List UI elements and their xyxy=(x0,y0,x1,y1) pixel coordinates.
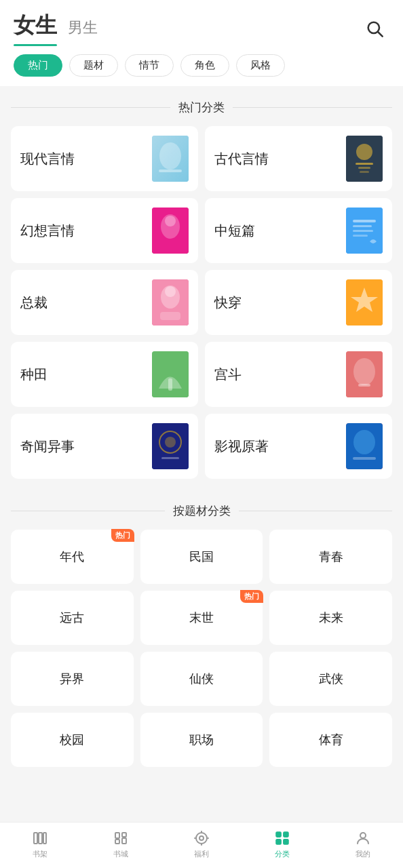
nav-bookshelf[interactable]: 书架 xyxy=(0,829,81,859)
sub-cat-campus[interactable]: 校园 xyxy=(11,713,134,767)
sub-cat-label: 远古 xyxy=(60,610,84,626)
book-cover-film-adaptation xyxy=(346,423,383,469)
svg-point-31 xyxy=(165,437,176,448)
nav-bookshelf-label: 书架 xyxy=(33,849,47,859)
category-palace[interactable]: 宫斗 xyxy=(205,342,392,407)
sub-cat-label: 仙侠 xyxy=(189,671,214,687)
filter-chip-style[interactable]: 风格 xyxy=(236,54,285,77)
book-cover-fantasy-romance xyxy=(152,208,189,254)
svg-point-6 xyxy=(356,144,372,160)
bookshelf-icon xyxy=(31,829,49,847)
svg-rect-14 xyxy=(353,220,376,222)
category-film-adaptation[interactable]: 影视原著 xyxy=(205,414,392,479)
sub-cat-republic[interactable]: 民国 xyxy=(140,530,263,584)
category-farming[interactable]: 种田 xyxy=(11,342,198,407)
sub-cat-ancient[interactable]: 远古 xyxy=(11,591,134,645)
category-label: 现代言情 xyxy=(20,150,75,168)
tab-female[interactable]: 女生 xyxy=(14,11,57,46)
welfare-icon xyxy=(193,829,210,847)
sub-cat-era[interactable]: 热门 年代 xyxy=(11,530,134,584)
book-cover-ceo xyxy=(152,279,189,326)
nav-bookstore[interactable]: 书城 xyxy=(81,829,161,859)
sub-section: 按题材分类 热门 年代 民国 青春 远古 热门 末世 未来 xyxy=(0,490,403,767)
sub-cat-future[interactable]: 未来 xyxy=(269,591,392,645)
svg-rect-41 xyxy=(122,833,126,837)
hot-badge-apocalypse: 热门 xyxy=(240,590,263,603)
category-label: 种田 xyxy=(20,366,47,384)
filter-chip-plot[interactable]: 情节 xyxy=(125,54,174,77)
sub-cat-label: 校园 xyxy=(60,732,84,748)
svg-rect-35 xyxy=(353,457,376,460)
svg-rect-39 xyxy=(115,833,119,838)
svg-rect-37 xyxy=(39,833,42,844)
nav-mine-label: 我的 xyxy=(356,849,370,859)
svg-point-3 xyxy=(159,142,181,170)
nav-welfare-label: 福利 xyxy=(194,849,209,859)
book-cover-farming xyxy=(152,351,189,397)
filter-chip-subject[interactable]: 题材 xyxy=(69,54,118,77)
category-mystery[interactable]: 奇闻异事 xyxy=(11,414,198,479)
svg-point-43 xyxy=(196,833,207,844)
svg-rect-25 xyxy=(168,378,172,391)
svg-rect-9 xyxy=(360,171,369,173)
search-icon xyxy=(365,19,384,38)
svg-point-53 xyxy=(360,833,366,838)
svg-point-12 xyxy=(165,216,176,226)
svg-line-1 xyxy=(378,32,382,36)
svg-point-27 xyxy=(353,358,375,385)
nav-mine[interactable]: 我的 xyxy=(322,829,403,859)
category-quick-travel[interactable]: 快穿 xyxy=(205,270,392,335)
category-fantasy-romance[interactable]: 幻想言情 xyxy=(11,198,198,263)
sub-cat-sports[interactable]: 体育 xyxy=(269,713,392,767)
filter-chip-hot[interactable]: 热门 xyxy=(14,54,62,77)
svg-rect-36 xyxy=(34,833,37,844)
hot-badge-era: 热门 xyxy=(111,529,134,542)
category-ceo[interactable]: 总裁 xyxy=(11,270,198,335)
sub-cat-label: 异界 xyxy=(60,671,84,687)
sub-cat-wuxia[interactable]: 武侠 xyxy=(269,652,392,706)
category-label: 快穿 xyxy=(214,294,242,312)
svg-rect-38 xyxy=(43,833,46,844)
sub-cat-label: 武侠 xyxy=(319,671,343,687)
svg-rect-32 xyxy=(161,457,179,459)
sub-cat-label: 民国 xyxy=(189,549,214,565)
sub-cat-label: 年代 xyxy=(60,549,84,565)
filter-bar: 热门 题材 情节 角色 风格 xyxy=(0,46,403,86)
category-short[interactable]: 中短篇 xyxy=(205,198,392,263)
sub-cat-youth[interactable]: 青春 xyxy=(269,530,392,584)
filter-chip-role[interactable]: 角色 xyxy=(180,54,229,77)
sub-cat-label: 职场 xyxy=(189,732,214,748)
search-button[interactable] xyxy=(360,14,389,43)
book-cover-modern-romance xyxy=(152,136,189,182)
nav-category-label: 分类 xyxy=(275,849,290,859)
tab-male[interactable]: 男生 xyxy=(68,18,98,43)
svg-rect-4 xyxy=(159,170,182,172)
category-label: 影视原著 xyxy=(214,437,269,456)
svg-rect-49 xyxy=(275,831,282,837)
svg-rect-42 xyxy=(122,838,126,844)
category-label: 中短篇 xyxy=(214,222,255,240)
sub-cat-xianxia[interactable]: 仙侠 xyxy=(140,652,263,706)
mine-icon xyxy=(354,829,372,847)
category-ancient-romance[interactable]: 古代言情 xyxy=(205,126,392,191)
category-label: 奇闻异事 xyxy=(20,437,75,456)
hot-category-grid: 现代言情 古代言情 xyxy=(11,126,392,479)
book-cover-palace xyxy=(346,351,383,397)
sub-cat-workplace[interactable]: 职场 xyxy=(140,713,263,767)
svg-rect-52 xyxy=(283,839,289,845)
sub-cat-label: 青春 xyxy=(319,549,343,565)
svg-rect-28 xyxy=(358,384,370,387)
book-cover-quick-travel xyxy=(346,279,383,326)
sub-cat-other-world[interactable]: 异界 xyxy=(11,652,134,706)
sub-cat-label: 未来 xyxy=(319,610,343,626)
nav-welfare[interactable]: 福利 xyxy=(161,829,242,859)
svg-rect-51 xyxy=(275,839,282,845)
svg-rect-21 xyxy=(160,312,180,320)
category-label: 宫斗 xyxy=(214,366,242,384)
sub-cat-apocalypse[interactable]: 热门 末世 xyxy=(140,591,263,645)
nav-bookstore-label: 书城 xyxy=(113,849,128,859)
header: 女生 男生 xyxy=(0,0,403,46)
category-modern-romance[interactable]: 现代言情 xyxy=(11,126,198,191)
nav-category[interactable]: 分类 xyxy=(242,829,322,859)
sub-cat-label: 体育 xyxy=(319,732,343,748)
